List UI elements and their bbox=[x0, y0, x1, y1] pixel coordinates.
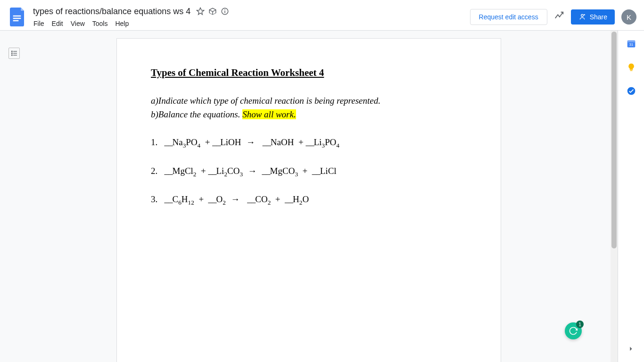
app-header: types of reactions/balance equations ws … bbox=[0, 0, 644, 30]
menu-edit[interactable]: Edit bbox=[49, 19, 66, 28]
document-page: Types of Chemical Reaction Worksheet 4 a… bbox=[116, 38, 501, 362]
svg-rect-2 bbox=[13, 20, 19, 22]
scrollbar-thumb[interactable] bbox=[611, 32, 617, 248]
star-icon[interactable] bbox=[196, 7, 205, 16]
vertical-scrollbar[interactable] bbox=[611, 31, 618, 362]
keep-icon[interactable] bbox=[627, 63, 636, 72]
editor-workspace: Types of Chemical Reaction Worksheet 4 a… bbox=[0, 31, 618, 362]
menu-file[interactable]: File bbox=[30, 19, 48, 28]
svg-rect-4 bbox=[224, 11, 225, 13]
side-panel-expand-icon[interactable] bbox=[626, 344, 636, 355]
activity-icon[interactable] bbox=[554, 11, 564, 23]
svg-rect-17 bbox=[630, 70, 632, 71]
request-edit-access-button[interactable]: Request edit access bbox=[470, 9, 547, 25]
account-avatar[interactable]: K bbox=[621, 9, 636, 25]
svg-rect-0 bbox=[13, 16, 21, 17]
side-panel: 31 bbox=[618, 31, 644, 362]
svg-point-6 bbox=[581, 14, 583, 16]
grammarly-widget[interactable]: 1 bbox=[565, 322, 582, 339]
instruction-b: b)Balance the equations. Show all work. bbox=[151, 107, 467, 121]
page-scroll-area[interactable]: Types of Chemical Reaction Worksheet 4 a… bbox=[0, 31, 618, 362]
menu-help[interactable]: Help bbox=[112, 19, 132, 28]
svg-rect-1 bbox=[13, 18, 21, 19]
move-icon[interactable] bbox=[208, 7, 217, 16]
tasks-icon[interactable] bbox=[627, 86, 636, 96]
menu-tools[interactable]: Tools bbox=[89, 19, 111, 28]
share-button[interactable]: Share bbox=[571, 9, 615, 25]
worksheet-title: Types of Chemical Reaction Worksheet 4 bbox=[151, 67, 467, 79]
equation-2: 2. __MgCl2 + __Li2CO3 → __MgCO3 + __LiCl bbox=[151, 165, 467, 179]
svg-point-18 bbox=[627, 87, 635, 95]
svg-rect-15 bbox=[627, 41, 635, 42]
document-title[interactable]: types of reactions/balance equations ws … bbox=[30, 6, 193, 17]
menu-view[interactable]: View bbox=[67, 19, 88, 28]
instruction-a: a)Indicate which type of chemical reacti… bbox=[151, 94, 467, 107]
calendar-icon[interactable]: 31 bbox=[627, 39, 636, 49]
docs-home-icon[interactable] bbox=[8, 8, 26, 26]
share-label: Share bbox=[590, 13, 607, 21]
equation-3: 3. __C6H12 + __O2 → __CO2 + __H2O bbox=[151, 193, 467, 207]
highlighted-text: Show all work. bbox=[242, 109, 296, 119]
svg-point-7 bbox=[584, 14, 585, 16]
svg-rect-5 bbox=[224, 9, 225, 10]
info-icon[interactable] bbox=[221, 7, 229, 16]
menu-bar: File Edit View Tools Help bbox=[30, 18, 470, 29]
equation-1: 1. __Na3PO4 + __LiOH → __NaOH + __Li3PO4 bbox=[151, 136, 467, 150]
svg-text:31: 31 bbox=[629, 42, 633, 47]
title-area: types of reactions/balance equations ws … bbox=[30, 5, 470, 29]
grammarly-badge: 1 bbox=[576, 321, 584, 328]
equation-list: 1. __Na3PO4 + __LiOH → __NaOH + __Li3PO4… bbox=[151, 136, 467, 207]
